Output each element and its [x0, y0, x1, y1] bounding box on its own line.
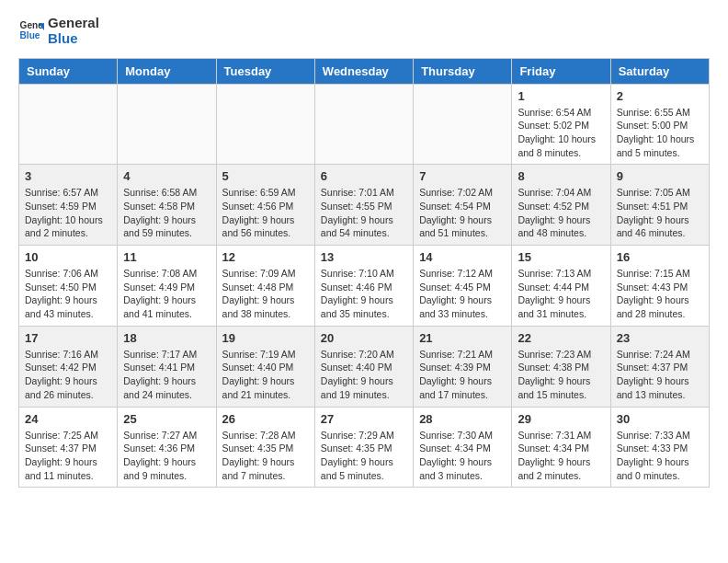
day-info: Sunrise: 6:58 AM Sunset: 4:58 PM Dayligh…	[123, 186, 210, 240]
day-number: 2	[617, 89, 703, 103]
day-number: 9	[617, 169, 703, 183]
calendar-cell: 15Sunrise: 7:13 AM Sunset: 4:44 PM Dayli…	[512, 246, 610, 327]
day-number: 6	[321, 169, 407, 183]
day-number: 25	[123, 412, 210, 426]
day-number: 26	[222, 412, 309, 426]
day-number: 30	[617, 412, 703, 426]
day-info: Sunrise: 7:05 AM Sunset: 4:51 PM Dayligh…	[617, 186, 703, 240]
weekday-header-saturday: Saturday	[610, 58, 709, 84]
calendar-cell: 8Sunrise: 7:04 AM Sunset: 4:52 PM Daylig…	[512, 165, 610, 246]
day-number: 16	[617, 250, 703, 264]
logo-text: GeneralBlue	[48, 15, 99, 47]
calendar: SundayMondayTuesdayWednesdayThursdayFrid…	[18, 58, 710, 488]
calendar-cell: 25Sunrise: 7:27 AM Sunset: 4:36 PM Dayli…	[118, 407, 216, 488]
day-number: 21	[419, 331, 506, 345]
day-info: Sunrise: 7:10 AM Sunset: 4:46 PM Dayligh…	[321, 267, 407, 321]
calendar-cell	[414, 84, 512, 165]
calendar-cell: 18Sunrise: 7:17 AM Sunset: 4:41 PM Dayli…	[118, 326, 216, 407]
day-info: Sunrise: 6:55 AM Sunset: 5:00 PM Dayligh…	[617, 106, 703, 160]
day-number: 5	[222, 169, 309, 183]
calendar-cell: 13Sunrise: 7:10 AM Sunset: 4:46 PM Dayli…	[314, 246, 413, 327]
week-row-5: 24Sunrise: 7:25 AM Sunset: 4:37 PM Dayli…	[19, 407, 710, 488]
week-row-1: 1Sunrise: 6:54 AM Sunset: 5:02 PM Daylig…	[19, 84, 710, 165]
day-info: Sunrise: 7:09 AM Sunset: 4:48 PM Dayligh…	[222, 267, 309, 321]
week-row-2: 3Sunrise: 6:57 AM Sunset: 4:59 PM Daylig…	[19, 165, 710, 246]
day-number: 17	[25, 331, 111, 345]
day-number: 27	[321, 412, 407, 426]
day-number: 3	[25, 169, 111, 183]
weekday-header-sunday: Sunday	[19, 58, 118, 84]
day-info: Sunrise: 7:06 AM Sunset: 4:50 PM Dayligh…	[25, 267, 111, 321]
day-number: 11	[123, 250, 210, 264]
day-info: Sunrise: 7:30 AM Sunset: 4:34 PM Dayligh…	[419, 429, 506, 483]
header: General Blue GeneralBlue	[18, 15, 710, 47]
day-info: Sunrise: 7:08 AM Sunset: 4:49 PM Dayligh…	[123, 267, 210, 321]
calendar-cell: 10Sunrise: 7:06 AM Sunset: 4:50 PM Dayli…	[19, 246, 118, 327]
calendar-cell: 28Sunrise: 7:30 AM Sunset: 4:34 PM Dayli…	[414, 407, 512, 488]
day-info: Sunrise: 7:16 AM Sunset: 4:42 PM Dayligh…	[25, 348, 111, 402]
page-container: General Blue GeneralBlue SundayMondayTue…	[0, 0, 728, 502]
day-info: Sunrise: 7:04 AM Sunset: 4:52 PM Dayligh…	[518, 186, 604, 240]
logo: General Blue GeneralBlue	[18, 15, 99, 47]
calendar-cell: 5Sunrise: 6:59 AM Sunset: 4:56 PM Daylig…	[216, 165, 314, 246]
weekday-header-friday: Friday	[512, 58, 610, 84]
day-info: Sunrise: 7:20 AM Sunset: 4:40 PM Dayligh…	[321, 348, 407, 402]
day-number: 22	[518, 331, 604, 345]
calendar-cell: 4Sunrise: 6:58 AM Sunset: 4:58 PM Daylig…	[118, 165, 216, 246]
day-number: 1	[518, 89, 604, 103]
day-number: 10	[25, 250, 111, 264]
logo-icon: General Blue	[18, 17, 44, 43]
calendar-cell: 24Sunrise: 7:25 AM Sunset: 4:37 PM Dayli…	[19, 407, 118, 488]
weekday-header-thursday: Thursday	[414, 58, 512, 84]
calendar-cell: 19Sunrise: 7:19 AM Sunset: 4:40 PM Dayli…	[216, 326, 314, 407]
calendar-cell: 3Sunrise: 6:57 AM Sunset: 4:59 PM Daylig…	[19, 165, 118, 246]
calendar-cell: 12Sunrise: 7:09 AM Sunset: 4:48 PM Dayli…	[216, 246, 314, 327]
day-info: Sunrise: 7:01 AM Sunset: 4:55 PM Dayligh…	[321, 186, 407, 240]
calendar-cell: 11Sunrise: 7:08 AM Sunset: 4:49 PM Dayli…	[118, 246, 216, 327]
day-info: Sunrise: 7:21 AM Sunset: 4:39 PM Dayligh…	[419, 348, 506, 402]
day-number: 29	[518, 412, 604, 426]
day-number: 19	[222, 331, 309, 345]
calendar-cell: 17Sunrise: 7:16 AM Sunset: 4:42 PM Dayli…	[19, 326, 118, 407]
calendar-cell: 2Sunrise: 6:55 AM Sunset: 5:00 PM Daylig…	[610, 84, 709, 165]
day-number: 7	[419, 169, 506, 183]
day-number: 28	[419, 412, 506, 426]
calendar-cell	[19, 84, 118, 165]
day-info: Sunrise: 7:25 AM Sunset: 4:37 PM Dayligh…	[25, 429, 111, 483]
calendar-cell: 23Sunrise: 7:24 AM Sunset: 4:37 PM Dayli…	[610, 326, 709, 407]
weekday-header-monday: Monday	[118, 58, 216, 84]
day-info: Sunrise: 6:57 AM Sunset: 4:59 PM Dayligh…	[25, 186, 111, 240]
day-info: Sunrise: 7:23 AM Sunset: 4:38 PM Dayligh…	[518, 348, 604, 402]
calendar-cell: 7Sunrise: 7:02 AM Sunset: 4:54 PM Daylig…	[414, 165, 512, 246]
calendar-cell: 22Sunrise: 7:23 AM Sunset: 4:38 PM Dayli…	[512, 326, 610, 407]
day-info: Sunrise: 7:19 AM Sunset: 4:40 PM Dayligh…	[222, 348, 309, 402]
calendar-cell	[216, 84, 314, 165]
day-number: 18	[123, 331, 210, 345]
day-number: 14	[419, 250, 506, 264]
day-info: Sunrise: 6:54 AM Sunset: 5:02 PM Dayligh…	[518, 106, 604, 160]
day-info: Sunrise: 7:15 AM Sunset: 4:43 PM Dayligh…	[617, 267, 703, 321]
calendar-cell: 26Sunrise: 7:28 AM Sunset: 4:35 PM Dayli…	[216, 407, 314, 488]
day-info: Sunrise: 7:31 AM Sunset: 4:34 PM Dayligh…	[518, 429, 604, 483]
calendar-cell: 21Sunrise: 7:21 AM Sunset: 4:39 PM Dayli…	[414, 326, 512, 407]
day-info: Sunrise: 6:59 AM Sunset: 4:56 PM Dayligh…	[222, 186, 309, 240]
day-info: Sunrise: 7:02 AM Sunset: 4:54 PM Dayligh…	[419, 186, 506, 240]
week-row-3: 10Sunrise: 7:06 AM Sunset: 4:50 PM Dayli…	[19, 246, 710, 327]
day-number: 8	[518, 169, 604, 183]
day-number: 20	[321, 331, 407, 345]
day-info: Sunrise: 7:33 AM Sunset: 4:33 PM Dayligh…	[617, 429, 703, 483]
calendar-cell: 30Sunrise: 7:33 AM Sunset: 4:33 PM Dayli…	[610, 407, 709, 488]
day-number: 24	[25, 412, 111, 426]
calendar-cell: 27Sunrise: 7:29 AM Sunset: 4:35 PM Dayli…	[314, 407, 413, 488]
day-number: 13	[321, 250, 407, 264]
day-info: Sunrise: 7:12 AM Sunset: 4:45 PM Dayligh…	[419, 267, 506, 321]
day-number: 15	[518, 250, 604, 264]
calendar-cell: 6Sunrise: 7:01 AM Sunset: 4:55 PM Daylig…	[314, 165, 413, 246]
day-info: Sunrise: 7:13 AM Sunset: 4:44 PM Dayligh…	[518, 267, 604, 321]
calendar-cell: 29Sunrise: 7:31 AM Sunset: 4:34 PM Dayli…	[512, 407, 610, 488]
calendar-cell	[118, 84, 216, 165]
day-info: Sunrise: 7:17 AM Sunset: 4:41 PM Dayligh…	[123, 348, 210, 402]
calendar-cell: 16Sunrise: 7:15 AM Sunset: 4:43 PM Dayli…	[610, 246, 709, 327]
calendar-cell: 9Sunrise: 7:05 AM Sunset: 4:51 PM Daylig…	[610, 165, 709, 246]
day-info: Sunrise: 7:27 AM Sunset: 4:36 PM Dayligh…	[123, 429, 210, 483]
